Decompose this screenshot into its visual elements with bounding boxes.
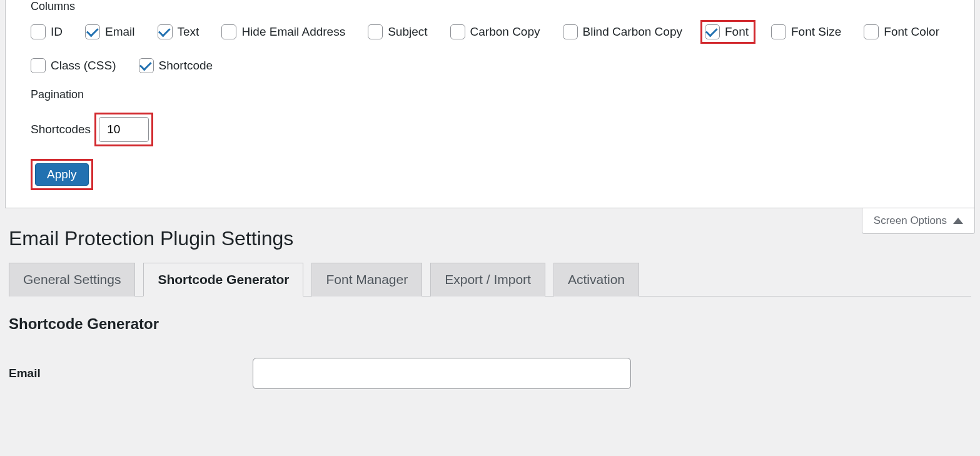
- checkbox-icon: [864, 24, 879, 39]
- checkbox-label: Class (CSS): [51, 59, 116, 73]
- column-checkbox-text[interactable]: Text: [158, 24, 200, 39]
- columns-label: Columns: [31, 0, 949, 13]
- checkbox-label: Blind Carbon Copy: [583, 25, 682, 39]
- email-form-row: Email: [9, 358, 971, 389]
- checkbox-label: Font: [725, 25, 749, 39]
- column-checkbox-id[interactable]: ID: [31, 24, 63, 39]
- checkbox-label: Font Color: [884, 25, 939, 39]
- column-checkbox-blind_carbon_copy[interactable]: Blind Carbon Copy: [563, 24, 682, 39]
- page-title: Email Protection Plugin Settings: [9, 227, 971, 250]
- checkbox-label: Text: [178, 25, 200, 39]
- section-heading: Shortcode Generator: [9, 315, 971, 333]
- column-checkbox-font[interactable]: Font: [700, 20, 755, 44]
- checkbox-label: Hide Email Address: [241, 25, 345, 39]
- tabs-nav: General SettingsShortcode GeneratorFont …: [9, 263, 971, 296]
- checkbox-icon: [221, 24, 236, 39]
- apply-button-highlight: Apply: [31, 159, 93, 190]
- column-checkbox-subject[interactable]: Subject: [368, 24, 427, 39]
- shortcodes-input-highlight: [94, 113, 153, 146]
- checkbox-label: Shortcode: [159, 59, 213, 73]
- shortcodes-input[interactable]: [99, 117, 149, 142]
- shortcodes-label: Shortcodes: [31, 123, 91, 136]
- checkbox-label: Font Size: [791, 25, 841, 39]
- screen-options-label: Screen Options: [874, 215, 947, 227]
- apply-button[interactable]: Apply: [35, 163, 89, 186]
- column-checkbox-shortcode[interactable]: Shortcode: [139, 58, 213, 73]
- checkbox-icon: [705, 24, 720, 39]
- checkbox-icon: [368, 24, 383, 39]
- checkbox-icon: [85, 24, 100, 39]
- checkbox-icon: [771, 24, 786, 39]
- email-field[interactable]: [253, 358, 631, 389]
- tab-font_manager[interactable]: Font Manager: [311, 263, 422, 296]
- column-checkbox-email[interactable]: Email: [85, 24, 135, 39]
- tab-export_import[interactable]: Export / Import: [430, 263, 545, 296]
- pagination-label: Pagination: [31, 88, 949, 101]
- checkbox-icon: [450, 24, 465, 39]
- column-checkbox-class_css[interactable]: Class (CSS): [31, 58, 116, 73]
- checkbox-icon: [31, 24, 46, 39]
- email-label: Email: [9, 367, 253, 380]
- checkbox-label: Subject: [388, 25, 427, 39]
- tab-shortcode_gen[interactable]: Shortcode Generator: [143, 263, 303, 296]
- chevron-up-icon: [953, 218, 963, 224]
- checkbox-label: ID: [51, 25, 63, 39]
- checkbox-icon: [158, 24, 173, 39]
- screen-options-panel: Columns IDEmailTextHide Email AddressSub…: [5, 0, 975, 208]
- column-checkbox-font_size[interactable]: Font Size: [771, 24, 841, 39]
- pagination-section: Pagination Shortcodes: [31, 88, 949, 146]
- columns-checkbox-row: IDEmailTextHide Email AddressSubjectCarb…: [31, 24, 949, 73]
- checkbox-label: Carbon Copy: [470, 25, 540, 39]
- screen-options-toggle[interactable]: Screen Options: [862, 208, 975, 234]
- column-checkbox-hide_email[interactable]: Hide Email Address: [221, 24, 345, 39]
- checkbox-icon: [563, 24, 578, 39]
- checkbox-icon: [31, 58, 46, 73]
- tab-general[interactable]: General Settings: [9, 263, 135, 296]
- column-checkbox-carbon_copy[interactable]: Carbon Copy: [450, 24, 540, 39]
- tab-activation[interactable]: Activation: [553, 263, 639, 296]
- checkbox-icon: [139, 58, 154, 73]
- column-checkbox-font_color[interactable]: Font Color: [864, 24, 939, 39]
- checkbox-label: Email: [105, 25, 135, 39]
